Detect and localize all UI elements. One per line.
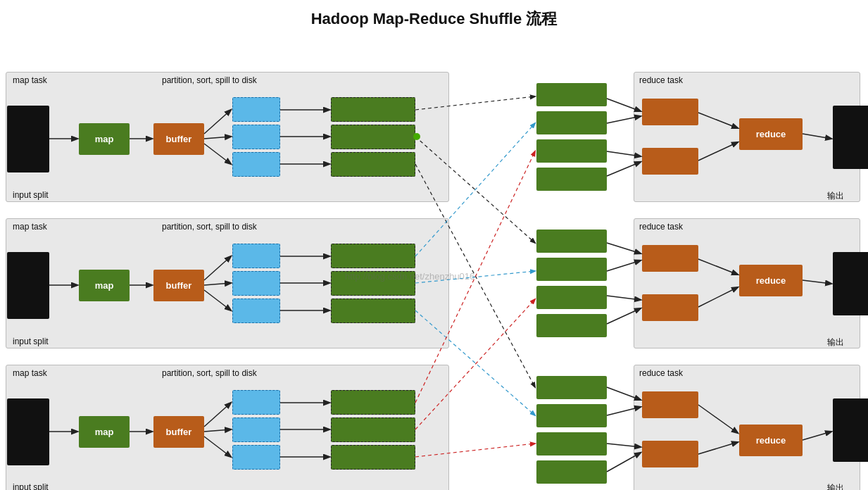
row3-merge-box1 (331, 390, 415, 415)
row1-output-box (833, 106, 868, 169)
row2-output-box (833, 252, 868, 315)
row3-rorange1 (642, 391, 698, 418)
row1-output-label: 输出 (827, 190, 844, 202)
row1-part-box3 (232, 152, 280, 177)
row3-map-box: map (79, 416, 130, 448)
row3-rgreen4 (536, 460, 607, 484)
row3-reduce-box: reduce (739, 425, 803, 456)
row1-partition-label: partition, sort, spill to disk (162, 75, 257, 85)
row2-rgreen1 (536, 230, 607, 253)
row1-input-split-label: input split (13, 190, 49, 200)
row2-merge-box3 (331, 299, 415, 323)
row2-rgreen3 (536, 286, 607, 309)
row3-part-box3 (232, 445, 280, 470)
row1-rorange1 (642, 99, 698, 125)
row2-rgreen2 (536, 258, 607, 281)
row3-output-label: 输出 (827, 482, 844, 490)
row2-merge-box1 (331, 244, 415, 268)
row2-merge-box2 (331, 271, 415, 296)
row1-rgreen3 (536, 139, 607, 163)
row3-merge-box3 (331, 445, 415, 470)
row2-partition-label: partition, sort, spill to disk (162, 222, 257, 232)
row3-map-task-label: map task (13, 368, 47, 378)
row1-map-box: map (79, 123, 130, 155)
row3-part-box1 (232, 390, 280, 415)
diagram-area: map task input split partition, sort, sp… (0, 35, 868, 489)
row3-buffer-box: buffer (153, 416, 204, 448)
row1-part-box1 (232, 97, 280, 122)
row3-input-split-box (7, 398, 49, 465)
row1-merge-box3 (331, 152, 415, 177)
row2-buffer-box: buffer (153, 270, 204, 301)
row3-part-box2 (232, 417, 280, 442)
row2-map-box: map (79, 270, 130, 301)
row2-rorange1 (642, 245, 698, 272)
row2-reduce-task-label: reduce task (639, 222, 683, 232)
row1-buffer-box: buffer (153, 123, 204, 155)
row3-merge-box2 (331, 417, 415, 442)
row1-rgreen1 (536, 83, 607, 106)
page-title: Hadoop Map-Reduce Shuffle 流程 (0, 0, 868, 35)
row3-rorange2 (642, 441, 698, 467)
row3-rgreen1 (536, 376, 607, 399)
row2-input-split-label: input split (13, 337, 49, 346)
row1-input-split-box (7, 106, 49, 172)
row2-rgreen4 (536, 314, 607, 337)
row2-map-task-label: map task (13, 222, 47, 232)
row3-output-box (833, 398, 868, 462)
row3-rgreen2 (536, 404, 607, 427)
row1-reduce-box: reduce (739, 118, 803, 150)
row2-rorange2 (642, 294, 698, 321)
row2-input-split-box (7, 252, 49, 319)
row3-input-split-label: input split (13, 482, 49, 490)
row2-part-box1 (232, 244, 280, 268)
row1-part-box2 (232, 125, 280, 149)
row1-rgreen4 (536, 168, 607, 191)
row3-partition-label: partition, sort, spill to disk (162, 368, 257, 378)
row2-part-box3 (232, 299, 280, 323)
row1-merge-box1 (331, 97, 415, 122)
row2-part-box2 (232, 271, 280, 296)
row3-rgreen3 (536, 432, 607, 456)
row3-reduce-task-label: reduce task (639, 368, 683, 378)
row1-reduce-task-label: reduce task (639, 75, 683, 85)
row1-rgreen2 (536, 111, 607, 134)
row1-rorange2 (642, 148, 698, 175)
row1-merge-box2 (331, 125, 415, 149)
row1-map-task-label: map task (13, 75, 47, 85)
row2-reduce-box: reduce (739, 265, 803, 296)
row2-output-label: 输出 (827, 337, 844, 348)
